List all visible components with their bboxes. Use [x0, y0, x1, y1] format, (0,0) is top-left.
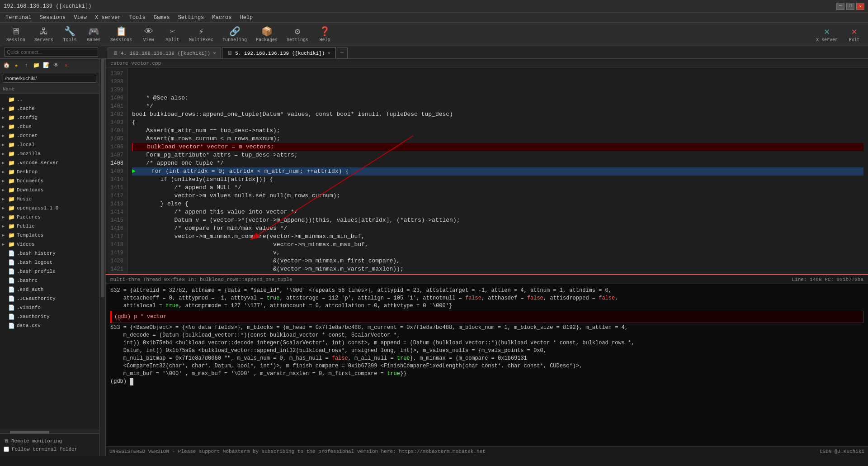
- tree-item[interactable]: ▶📁Templates: [0, 231, 99, 240]
- sidebar-home-btn[interactable]: 🏠: [2, 61, 11, 70]
- toolbar-xserver-right[interactable]: ✕ X server: [813, 25, 840, 43]
- menu-help[interactable]: Help: [236, 14, 257, 22]
- code-line: }: [132, 273, 863, 274]
- tree-item[interactable]: 📄.viminfo: [0, 303, 99, 312]
- window-controls[interactable]: ─ □ ✕: [836, 3, 864, 10]
- file-name: .dbus: [17, 124, 32, 129]
- toolbar-help[interactable]: ❓ Help: [315, 25, 335, 43]
- sidebar-view-btn[interactable]: 👁: [52, 61, 61, 70]
- code-text: /* append this value into vector */: [132, 208, 298, 216]
- toolbar-games[interactable]: 🎮 Games: [84, 25, 104, 43]
- toolbar-tools[interactable]: 🔧 Tools: [60, 25, 80, 43]
- tree-item[interactable]: 📄.bash_profile: [0, 267, 99, 276]
- path-input[interactable]: [3, 74, 96, 83]
- file-tree[interactable]: 📁..▶📁.cache▶📁.config▶📁.dbus▶📁.dotnet▶📁.l…: [0, 94, 99, 430]
- tree-item[interactable]: ▶📁Music: [0, 195, 99, 204]
- tree-arrow: ▶: [2, 133, 8, 138]
- tree-item[interactable]: 📄.bash_logout: [0, 258, 99, 267]
- folder-icon: 📁: [8, 169, 15, 176]
- maximize-button[interactable]: □: [846, 3, 854, 10]
- menu-sessions[interactable]: Sessions: [36, 14, 70, 22]
- toolbar-view[interactable]: 👁 View: [138, 25, 159, 43]
- sidebar-delete-btn[interactable]: ✕: [61, 61, 71, 70]
- tree-item[interactable]: ▶📁Downloads: [0, 185, 99, 195]
- toolbar-session[interactable]: 🖥 Session: [4, 25, 28, 43]
- folder-icon: 📁: [8, 205, 15, 212]
- menu-macros[interactable]: Macros: [208, 14, 235, 22]
- code-text: /* append one tuple */: [132, 159, 224, 167]
- tree-item[interactable]: 📁..: [0, 95, 99, 104]
- tree-item[interactable]: 📄.esd_auth: [0, 285, 99, 294]
- code-content[interactable]: * @See also: */bool bulkload_rows::appen…: [127, 68, 868, 274]
- tab-5-close[interactable]: ✕: [327, 50, 330, 57]
- follow-terminal-checkbox[interactable]: [4, 447, 9, 452]
- terminal-line-info: Line: 1408 PC: 0x1b773ba: [792, 277, 863, 282]
- code-line: Assert(m_rows_curnum < m_rows_maxnum);: [132, 135, 863, 143]
- toolbar-split[interactable]: ✂ Split: [162, 25, 183, 43]
- menu-games[interactable]: Games: [150, 14, 174, 22]
- sidebar-new-btn[interactable]: 📁: [32, 61, 41, 70]
- quick-connect-input[interactable]: [5, 48, 98, 57]
- tree-item[interactable]: ▶📁Videos: [0, 240, 99, 249]
- code-area[interactable]: 1397139813991400140114021403140414051406…: [106, 68, 868, 274]
- tree-item[interactable]: 📄.bash_history: [0, 249, 99, 258]
- tab-4[interactable]: 🖥 4. 192.168.136.139 ([kuchiki]) ✕: [108, 48, 221, 58]
- tree-item[interactable]: ▶📁.cache: [0, 104, 99, 113]
- remote-monitoring-item[interactable]: 🖥 Remote monitoring: [4, 437, 95, 445]
- tab-4-close[interactable]: ✕: [213, 50, 216, 57]
- line-number: 1406: [109, 143, 123, 151]
- toolbar-tunneling[interactable]: 🔗 Tunneling: [220, 25, 250, 43]
- toolbar-exit[interactable]: ✕ Exit: [844, 25, 864, 43]
- tree-item[interactable]: ▶📁.dotnet: [0, 131, 99, 140]
- minimize-button[interactable]: ─: [836, 3, 844, 10]
- tree-item[interactable]: 📄.Xauthority: [0, 312, 99, 321]
- follow-terminal-item[interactable]: Follow terminal folder: [4, 445, 95, 453]
- unregistered-text: UNREGISTERED VERSION - Please support Mo…: [109, 449, 486, 454]
- code-line: */: [132, 102, 863, 110]
- tools-icon: 🔧: [64, 26, 75, 37]
- toolbar-servers[interactable]: 🖧 Servers: [32, 25, 56, 43]
- folder-icon: 📁: [8, 133, 15, 139]
- tree-item[interactable]: ▶📁.local: [0, 140, 99, 149]
- menu-terminal[interactable]: Terminal: [2, 14, 35, 22]
- tree-item[interactable]: ▶📁Desktop: [0, 167, 99, 176]
- terminal-line: <CompareInt32(char*, char*, Datum, bool*…: [110, 362, 863, 370]
- file-icon: 📄: [8, 259, 15, 266]
- toolbar-packages[interactable]: 📦 Packages: [253, 25, 280, 43]
- terminal-content[interactable]: $32 = {attrelid = 32782, attname = {data…: [106, 284, 868, 446]
- tree-item[interactable]: ▶📁.vscode-server: [0, 158, 99, 167]
- tree-item[interactable]: ▶📁.dbus: [0, 122, 99, 131]
- menu-tools[interactable]: Tools: [126, 14, 149, 22]
- file-name: .viminfo: [17, 305, 41, 310]
- tree-arrow: ▶: [2, 142, 8, 147]
- sidebar-toolbar: 🏠 ★ ↑ 📁 📝 👁 ✕: [0, 59, 99, 72]
- close-button[interactable]: ✕: [856, 3, 864, 10]
- menu-bar: Terminal Sessions View X server Tools Ga…: [0, 13, 868, 23]
- sidebar-scrollbar[interactable]: [99, 59, 106, 456]
- code-text: */: [132, 102, 153, 110]
- toolbar-multiexec[interactable]: ⚡ MultiExec: [186, 25, 216, 43]
- menu-settings[interactable]: Settings: [175, 14, 208, 22]
- menu-xserver[interactable]: X server: [91, 14, 125, 22]
- tree-item[interactable]: 📄.bashrc: [0, 276, 99, 285]
- tab-5[interactable]: 🖥 5. 192.168.136.139 ([kuchiki]) ✕: [222, 48, 335, 58]
- tree-item[interactable]: ▶📁.config: [0, 113, 99, 122]
- tree-item[interactable]: ▶📁Documents: [0, 176, 99, 185]
- tree-item[interactable]: 📄data.csv: [0, 321, 99, 330]
- tree-item[interactable]: ▶📁.mozilla: [0, 149, 99, 158]
- new-tab-button[interactable]: +: [337, 48, 348, 58]
- tree-item[interactable]: ▶📁Public: [0, 222, 99, 231]
- tree-item[interactable]: ▶📁opengauss1.1.0: [0, 204, 99, 213]
- sidebar-star-btn[interactable]: ★: [12, 61, 21, 70]
- sidebar-up-btn[interactable]: ↑: [22, 61, 31, 70]
- view-label: View: [143, 38, 154, 43]
- file-name: Templates: [17, 233, 43, 238]
- settings-label: Settings: [287, 38, 308, 43]
- tree-item[interactable]: 📄.ICEauthority: [0, 294, 99, 303]
- terminal-area: multi-thre Thread 0x7f1e8 In: bulkload_r…: [106, 274, 868, 446]
- tree-item[interactable]: ▶📁Pictures: [0, 213, 99, 222]
- sidebar-edit-btn[interactable]: 📝: [42, 61, 51, 70]
- menu-view[interactable]: View: [70, 14, 90, 22]
- toolbar-sessions[interactable]: 📋 Sessions: [108, 25, 135, 43]
- toolbar-settings[interactable]: ⚙ Settings: [284, 25, 311, 43]
